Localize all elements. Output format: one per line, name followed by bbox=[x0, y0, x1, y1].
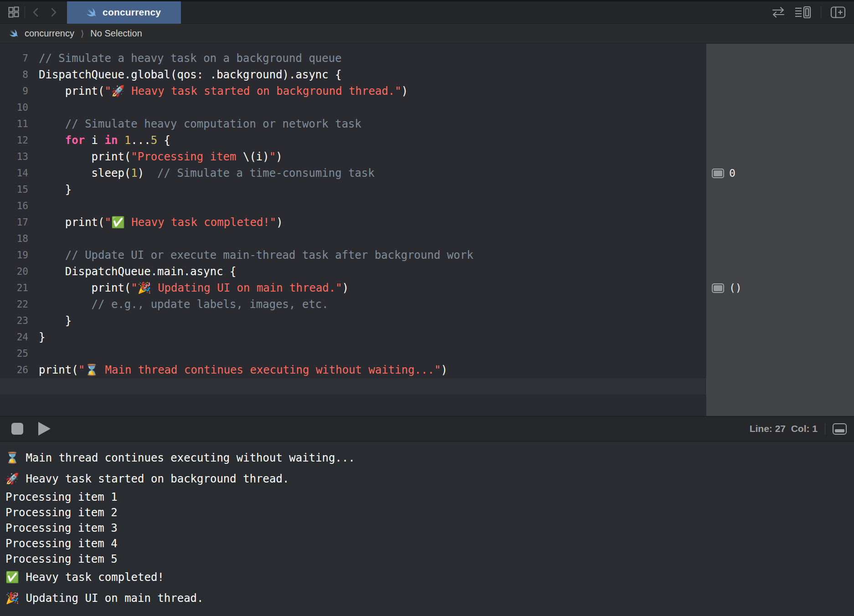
console-line: ⌛ Main thread continues executing withou… bbox=[5, 447, 854, 468]
play-button[interactable] bbox=[38, 422, 51, 436]
console-line: 🎉 Updating UI on main thread. bbox=[5, 588, 854, 609]
code-line[interactable] bbox=[0, 378, 706, 395]
results-sidebar: 0() bbox=[706, 44, 854, 416]
show-result-button[interactable] bbox=[712, 169, 724, 178]
line-number: 12 bbox=[0, 132, 28, 149]
code-text: print("🎉 Updating UI on main thread.") bbox=[28, 280, 349, 296]
line-number: 19 bbox=[0, 247, 28, 263]
code-text: DispatchQueue.global(qos: .background).a… bbox=[28, 67, 342, 83]
code-text bbox=[28, 345, 39, 362]
line-number: 20 bbox=[0, 263, 28, 280]
code-line[interactable]: 16 bbox=[0, 198, 706, 214]
show-result-button[interactable] bbox=[712, 283, 724, 293]
code-line[interactable]: 22 // e.g., update labels, images, etc. bbox=[0, 296, 706, 313]
code-line[interactable]: 18 bbox=[0, 231, 706, 247]
code-line[interactable]: 25 bbox=[0, 345, 706, 362]
swift-icon bbox=[85, 6, 98, 19]
code-line[interactable]: 10 bbox=[0, 99, 706, 116]
line-number: 26 bbox=[0, 362, 28, 378]
line-number: 24 bbox=[0, 329, 28, 345]
swift-icon bbox=[8, 28, 19, 39]
line-number: 9 bbox=[0, 83, 28, 99]
code-text: } bbox=[28, 329, 45, 345]
console-line: 🚀 Heavy task started on background threa… bbox=[5, 468, 854, 489]
code-text bbox=[28, 231, 39, 247]
code-text: // Simulate heavy computation or network… bbox=[28, 116, 361, 132]
code-line[interactable]: 20 DispatchQueue.main.async { bbox=[0, 263, 706, 280]
code-lines: 7// Simulate a heavy task on a backgroun… bbox=[0, 44, 706, 395]
code-text: print("Processing item \(i)") bbox=[28, 149, 283, 165]
code-text: sleep(1) // Simulate a time-consuming ta… bbox=[28, 165, 375, 181]
line-number: 7 bbox=[0, 50, 28, 67]
code-text: // Update UI or execute main-thread task… bbox=[28, 247, 473, 263]
code-line[interactable]: 12 for i in 1...5 { bbox=[0, 132, 706, 149]
console-line: Processing item 4 bbox=[5, 536, 854, 551]
add-editor-icon[interactable] bbox=[830, 6, 846, 19]
line-number: 18 bbox=[0, 231, 28, 247]
stop-button[interactable] bbox=[11, 423, 23, 435]
breadcrumb-selection[interactable]: No Selection bbox=[90, 28, 142, 39]
code-text bbox=[28, 378, 39, 395]
code-line[interactable]: 17 print("✅ Heavy task completed!") bbox=[0, 214, 706, 231]
console-line: Processing item 3 bbox=[5, 520, 854, 536]
line-number: 23 bbox=[0, 313, 28, 329]
code-text: } bbox=[28, 313, 72, 329]
code-review-icon[interactable] bbox=[771, 6, 786, 19]
tab-bar: concurrency bbox=[0, 0, 854, 24]
debug-toolbar: Line: 27 Col: 1 bbox=[0, 416, 854, 441]
code-line[interactable]: 21 print("🎉 Updating UI on main thread."… bbox=[0, 280, 706, 296]
back-button[interactable] bbox=[30, 6, 42, 19]
code-line[interactable]: 14 sleep(1) // Simulate a time-consuming… bbox=[0, 165, 706, 181]
code-line[interactable]: 24} bbox=[0, 329, 706, 345]
tab-overview-icon[interactable] bbox=[7, 6, 20, 19]
console-panel-toggle-icon[interactable] bbox=[833, 423, 847, 435]
line-number: 21 bbox=[0, 280, 28, 296]
console-line: Processing item 5 bbox=[5, 551, 854, 567]
code-line[interactable]: 13 print("Processing item \(i)") bbox=[0, 149, 706, 165]
tab-title: concurrency bbox=[103, 7, 161, 18]
code-line[interactable]: 19 // Update UI or execute main-thread t… bbox=[0, 247, 706, 263]
tab-concurrency[interactable]: concurrency bbox=[67, 1, 181, 24]
code-text: print("✅ Heavy task completed!") bbox=[28, 214, 283, 231]
code-line[interactable]: 8DispatchQueue.global(qos: .background).… bbox=[0, 67, 706, 83]
line-number: 11 bbox=[0, 116, 28, 132]
line-number: 14 bbox=[0, 165, 28, 181]
code-text: print("⌛ Main thread continues executing… bbox=[28, 362, 448, 378]
console-output: ⌛ Main thread continues executing withou… bbox=[0, 442, 854, 616]
forward-button[interactable] bbox=[47, 6, 60, 19]
code-line[interactable]: 15 } bbox=[0, 181, 706, 198]
code-text: print("🚀 Heavy task started on backgroun… bbox=[28, 83, 408, 99]
code-line[interactable]: 9 print("🚀 Heavy task started on backgro… bbox=[0, 83, 706, 99]
result-value: 0 bbox=[729, 167, 736, 179]
line-number: 8 bbox=[0, 67, 28, 83]
code-text: } bbox=[28, 181, 72, 198]
toolbar-divider bbox=[821, 6, 821, 18]
xcode-playground-window: concurrency bbox=[0, 0, 854, 616]
code-text bbox=[28, 99, 39, 116]
code-text: // e.g., update labels, images, etc. bbox=[28, 296, 329, 313]
console-line: Processing item 1 bbox=[5, 489, 854, 505]
breadcrumb-file[interactable]: concurrency bbox=[25, 28, 74, 39]
code-text bbox=[28, 198, 39, 214]
result-value: () bbox=[729, 282, 742, 294]
code-text: for i in 1...5 { bbox=[28, 132, 170, 149]
line-number: 13 bbox=[0, 149, 28, 165]
code-line[interactable]: 26print("⌛ Main thread continues executi… bbox=[0, 362, 706, 378]
line-number: 16 bbox=[0, 198, 28, 214]
toolbar-divider bbox=[825, 423, 825, 435]
code-line[interactable]: 7// Simulate a heavy task on a backgroun… bbox=[0, 50, 706, 67]
code-line[interactable]: 11 // Simulate heavy computation or netw… bbox=[0, 116, 706, 132]
code-text: DispatchQueue.main.async { bbox=[28, 263, 236, 280]
code-line[interactable]: 23 } bbox=[0, 313, 706, 329]
line-number bbox=[0, 378, 28, 395]
console-line: Processing item 2 bbox=[5, 505, 854, 520]
line-number: 25 bbox=[0, 345, 28, 362]
code-text: // Simulate a heavy task on a background… bbox=[28, 50, 342, 67]
source-editor[interactable]: 7// Simulate a heavy task on a backgroun… bbox=[0, 44, 706, 416]
editor-options-icon[interactable] bbox=[794, 5, 812, 19]
line-number: 10 bbox=[0, 99, 28, 116]
line-number: 22 bbox=[0, 296, 28, 313]
line-col-indicator: Line: 27 Col: 1 bbox=[750, 423, 818, 434]
inline-result: () bbox=[712, 280, 742, 296]
console-line: ✅ Heavy task completed! bbox=[5, 567, 854, 588]
